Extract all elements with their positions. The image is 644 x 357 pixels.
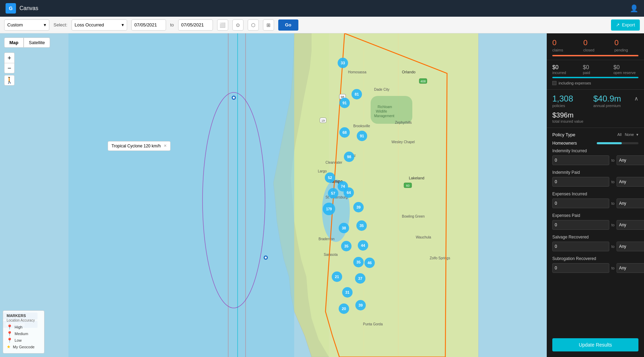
satellite-view-button[interactable]: Satellite bbox=[24, 38, 50, 48]
marker-medium-label: Medium bbox=[15, 332, 28, 336]
filter-from-input[interactable] bbox=[552, 242, 609, 251]
filter-group-label: Expenses Paid bbox=[552, 213, 638, 218]
total-insured-stat: $396m total insured value bbox=[552, 111, 638, 123]
filter-inputs: to bbox=[552, 242, 638, 251]
filter-group: Expenses Paid to bbox=[552, 213, 638, 230]
filter-inputs: to bbox=[552, 177, 638, 187]
svg-text:Dade City: Dade City bbox=[374, 88, 389, 91]
svg-text:Orlando: Orlando bbox=[402, 70, 415, 74]
filter-all-none: All None ▾ bbox=[617, 132, 638, 137]
filter-section: Policy Type All None ▾ Homeowners Indemn… bbox=[547, 128, 644, 335]
svg-text:Bradenton: Bradenton bbox=[319, 237, 335, 241]
street-view-button[interactable]: 🚶 bbox=[4, 75, 15, 86]
cyclone-tooltip-text: Tropical Cyclone 120 km/h bbox=[112, 144, 161, 148]
go-button[interactable]: Go bbox=[278, 19, 298, 31]
marker-low: 📍 Low bbox=[7, 338, 41, 343]
policies-count-stat: 1,308 policies bbox=[552, 94, 590, 108]
marker-medium: 📍 Medium bbox=[7, 331, 41, 336]
filter-from-input[interactable] bbox=[552, 198, 609, 208]
policy-type-title: Policy Type bbox=[552, 132, 575, 137]
filter-none-button[interactable]: None bbox=[625, 132, 634, 137]
pending-stat: 0 pending bbox=[614, 38, 638, 52]
svg-text:98: 98 bbox=[341, 95, 344, 99]
filter-from-input[interactable] bbox=[552, 177, 609, 187]
filter-from-input[interactable] bbox=[552, 263, 609, 273]
filter-icon[interactable]: ⊞ bbox=[263, 19, 274, 31]
filter-group: Expenses Incurred to bbox=[552, 192, 638, 208]
zoom-out-button[interactable]: − bbox=[4, 63, 15, 73]
pending-label: pending bbox=[614, 48, 638, 52]
svg-text:408: 408 bbox=[420, 80, 426, 83]
lasso-select-icon[interactable]: ⊙ bbox=[232, 19, 243, 31]
filter-to-input[interactable] bbox=[617, 263, 644, 273]
closed-stat: 0 closed bbox=[583, 38, 607, 52]
select-label: Select: bbox=[53, 22, 67, 27]
filter-inputs: to bbox=[552, 220, 638, 230]
svg-text:Lutz: Lutz bbox=[349, 154, 356, 157]
filter-to-label: to bbox=[611, 180, 614, 184]
svg-text:Bowling Green: Bowling Green bbox=[402, 214, 425, 218]
svg-text:Sarasota: Sarasota bbox=[324, 253, 338, 257]
svg-text:Management: Management bbox=[374, 114, 395, 118]
svg-text:60: 60 bbox=[406, 184, 410, 187]
financial-section: $0 incurred $0 paid $0 open reserve incl… bbox=[547, 60, 644, 90]
marker-high-label: High bbox=[15, 325, 23, 329]
claims-stat: 0 claims bbox=[552, 38, 576, 52]
claims-bar bbox=[552, 55, 638, 56]
filter-group: Indemnity Incurred to bbox=[552, 148, 638, 165]
claims-bar-container bbox=[552, 55, 638, 56]
filter-all-button[interactable]: All bbox=[617, 132, 621, 137]
filter-to-input[interactable] bbox=[617, 198, 644, 208]
marker-geocode-label: My Geocode bbox=[13, 345, 34, 349]
financial-bar-container bbox=[552, 77, 638, 78]
paid-stat: $0 paid bbox=[583, 64, 608, 75]
export-icon: ↗ bbox=[616, 22, 620, 27]
filter-to-input[interactable] bbox=[617, 220, 644, 230]
cyclone-close-button[interactable]: ✕ bbox=[164, 144, 167, 148]
filter-to-label: to bbox=[611, 158, 614, 162]
incurred-stat: $0 incurred bbox=[552, 64, 577, 75]
policy-summary-collapse[interactable]: ∧ bbox=[634, 94, 638, 102]
claims-value: 0 bbox=[552, 38, 576, 47]
filter-group-label: Expenses Incurred bbox=[552, 192, 638, 196]
app-title: Canvas bbox=[19, 5, 38, 11]
filter-groups-container: Indemnity Incurred to Indemnity Paid to … bbox=[552, 148, 638, 273]
export-button[interactable]: ↗ Export bbox=[611, 19, 640, 31]
rectangle-select-icon[interactable]: ⬜ bbox=[217, 19, 228, 31]
filter-to-input[interactable] bbox=[617, 177, 644, 187]
filter-from-input[interactable] bbox=[552, 220, 609, 230]
date-from-input[interactable] bbox=[131, 19, 166, 31]
total-insured-value: $396m bbox=[552, 111, 638, 119]
homeowners-policy-type: Homeowners bbox=[552, 141, 638, 146]
svg-text:Punta Gorda: Punta Gorda bbox=[363, 322, 383, 326]
chevron-down-icon: ▾ bbox=[44, 22, 46, 27]
to-label: to bbox=[170, 22, 174, 27]
map-view-button[interactable]: Map bbox=[4, 38, 24, 48]
filter-from-input[interactable] bbox=[552, 155, 609, 165]
svg-text:Wauchula: Wauchula bbox=[416, 235, 431, 239]
including-expenses-label: including expenses bbox=[559, 81, 591, 85]
low-pin-icon: 📍 bbox=[7, 338, 13, 343]
polygon-select-icon[interactable]: ⬡ bbox=[248, 19, 259, 31]
update-results-button[interactable]: Update Results bbox=[552, 338, 638, 351]
filter-to-input[interactable] bbox=[617, 242, 644, 251]
user-icon[interactable]: 👤 bbox=[630, 4, 638, 13]
loss-occurred-dropdown[interactable]: Loss Occurred ▾ bbox=[72, 19, 127, 31]
svg-rect-6 bbox=[68, 33, 294, 357]
toolbar: Custom ▾ Select: Loss Occurred ▾ to ⬜ ⊙ … bbox=[0, 17, 644, 33]
map-container[interactable]: Richloam Wildlife Management Orlando Tam… bbox=[0, 33, 547, 357]
financial-bar bbox=[552, 77, 638, 78]
svg-text:Tampa: Tampa bbox=[330, 179, 343, 184]
filter-group: Salvage Recovered to bbox=[552, 235, 638, 251]
zoom-in-button[interactable]: + bbox=[4, 52, 15, 63]
including-expenses-checkbox[interactable] bbox=[552, 81, 556, 85]
custom-dropdown[interactable]: Custom ▾ bbox=[4, 19, 49, 31]
date-to-input[interactable] bbox=[178, 19, 213, 31]
high-pin-icon: 📍 bbox=[7, 324, 13, 330]
closed-label: closed bbox=[583, 48, 607, 52]
chevron-filter-icon: ▾ bbox=[636, 132, 638, 137]
filter-group-label: Salvage Recovered bbox=[552, 235, 638, 240]
marker-low-label: Low bbox=[15, 338, 22, 342]
pending-value: 0 bbox=[614, 38, 638, 47]
filter-to-input[interactable] bbox=[617, 155, 644, 165]
